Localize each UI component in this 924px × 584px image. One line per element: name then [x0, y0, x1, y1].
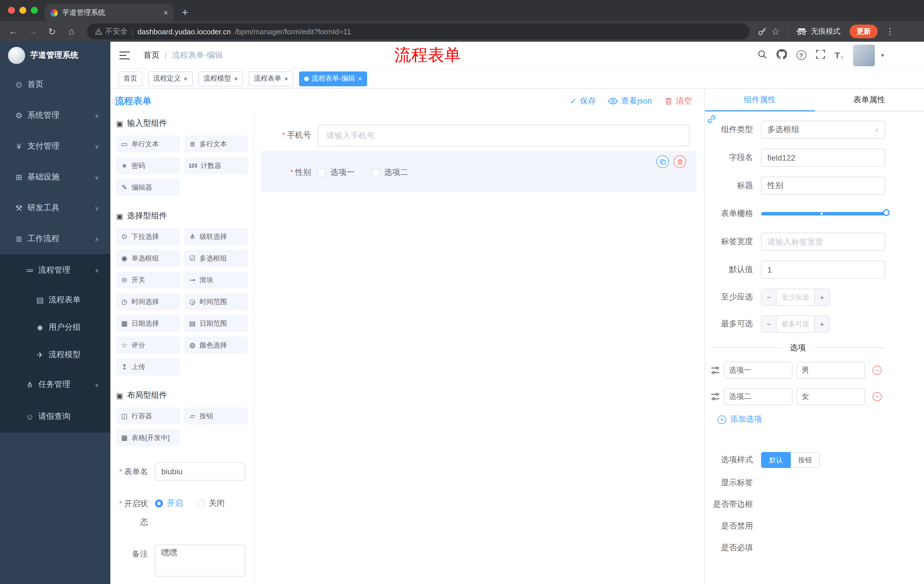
palette-item-time-picker[interactable]: ◷时间选择 [116, 293, 180, 310]
link-icon[interactable] [707, 115, 716, 126]
sidebar-item-home[interactable]: ⊙ 首页 [0, 69, 111, 100]
bookmark-star-icon[interactable]: ☆ [771, 25, 780, 38]
checkbox-option-2[interactable]: 选项二 [372, 168, 408, 178]
palette-item-color-picker[interactable]: ◍颜色选择 [184, 337, 248, 354]
label-width-input[interactable] [761, 233, 885, 251]
sidebar-item-leave-query[interactable]: ☺ 请假查询 [0, 401, 111, 433]
page-tab-process-model[interactable]: 流程模型 × [198, 71, 243, 86]
sidebar-item-system[interactable]: ⚙ 系统管理 ∨ [0, 100, 111, 131]
palette-item-counter[interactable]: 123计数器 [184, 157, 248, 174]
window-zoom-button[interactable] [31, 7, 38, 14]
palette-item-time-range[interactable]: ◶时间范围 [184, 293, 248, 310]
close-icon[interactable]: × [234, 75, 238, 82]
title-input[interactable] [761, 176, 885, 195]
avatar-caret-icon[interactable]: ▾ [881, 52, 884, 58]
default-value-input[interactable] [761, 261, 885, 279]
close-icon[interactable]: × [284, 75, 288, 82]
tab-close-icon[interactable]: × [163, 8, 168, 16]
palette-item-multi-line-text[interactable]: ≣多行文本 [184, 135, 248, 153]
palette-item-button[interactable]: ▱按钮 [184, 408, 248, 424]
tab-form-props[interactable]: 表单属性 [815, 89, 924, 110]
font-size-icon[interactable]: T↕ [835, 50, 843, 60]
option-label-input[interactable] [724, 388, 792, 405]
sidebar-item-workflow[interactable]: ≣ 工作流程 ∧ [0, 224, 111, 254]
browser-update-button[interactable]: 更新 [850, 25, 878, 38]
palette-item-checkbox-group[interactable]: ☑多选框组 [184, 250, 248, 267]
palette-item-rate[interactable]: ☆评分 [116, 337, 180, 354]
window-close-button[interactable] [8, 7, 15, 14]
component-type-select[interactable]: 多选框组 ∨ [761, 120, 885, 139]
sidebar-collapse-icon[interactable] [119, 51, 130, 59]
gender-widget-selected[interactable]: 性别 选项一 选项二 [261, 151, 696, 192]
page-tab-process-definition[interactable]: 流程定义 × [148, 71, 193, 86]
back-icon[interactable]: ← [6, 26, 21, 36]
sidebar-item-task-management[interactable]: ⋔ 任务管理 ∨ [0, 368, 111, 401]
radio-option-off[interactable]: 关闭 [197, 498, 225, 508]
option-label-input[interactable] [724, 362, 792, 379]
palette-item-editor[interactable]: ✎编辑器 [116, 179, 180, 196]
palette-item-slider[interactable]: ⊸滑块 [184, 271, 248, 289]
field-name-input[interactable] [761, 148, 885, 167]
palette-item-date-picker[interactable]: ▦日期选择 [116, 315, 180, 332]
slider-handle[interactable] [883, 209, 890, 216]
form-remark-textarea[interactable]: 嘿嘿 [155, 545, 245, 577]
drag-handle-icon[interactable] [711, 366, 720, 375]
view-json-button[interactable]: 查看json [609, 96, 652, 106]
option-value-input[interactable] [797, 388, 865, 405]
window-minimize-button[interactable] [20, 7, 26, 14]
save-button[interactable]: ✓ 保存 [570, 96, 596, 106]
github-icon[interactable] [777, 49, 787, 61]
sidebar-item-process-model[interactable]: ✈ 流程模型 [0, 341, 111, 368]
form-canvas[interactable]: 手机号 [254, 114, 705, 584]
close-icon[interactable]: × [183, 75, 188, 82]
new-tab-button[interactable]: + [182, 4, 188, 21]
palette-item-table-dev[interactable]: ▦表格[开发中] [116, 429, 180, 446]
clear-button[interactable]: 清空 [664, 96, 692, 106]
option-value-input[interactable] [797, 362, 865, 379]
page-tab-process-form-edit[interactable]: 流程表单-编辑 × [299, 71, 367, 86]
sidebar-item-infrastructure[interactable]: ⊞ 基础设施 ∨ [0, 162, 111, 192]
address-bar[interactable]: 不安全 | dashboard.yudao.iocoder.cn/bpm/man… [87, 23, 750, 39]
plus-button[interactable]: + [814, 289, 829, 305]
remove-option-icon[interactable] [873, 392, 882, 401]
home-icon[interactable]: ⌂ [64, 26, 79, 36]
copy-widget-button[interactable] [657, 155, 669, 168]
tab-component-props[interactable]: 组件属性 [705, 89, 815, 110]
checkbox-option-1[interactable]: 选项一 [318, 168, 355, 178]
add-option-button[interactable]: 添加选项 [718, 414, 885, 424]
browser-tab[interactable]: 芋道管理系统 × [45, 4, 174, 21]
plus-button[interactable]: + [814, 316, 829, 332]
minus-button[interactable]: − [762, 289, 777, 305]
sidebar-item-payment[interactable]: ¥ 支付管理 ∨ [0, 131, 111, 162]
drag-handle-icon[interactable] [711, 392, 720, 401]
palette-item-radio-group[interactable]: ◉单选框组 [116, 250, 180, 267]
radio-option-on[interactable]: 开启 [155, 498, 183, 508]
palette-item-date-range[interactable]: ▤日期范围 [184, 315, 248, 332]
search-icon[interactable] [757, 49, 767, 61]
sidebar-item-process-management[interactable]: ≔ 流程管理 ∧ [0, 254, 111, 286]
help-icon[interactable]: ? [797, 50, 806, 60]
page-tab-home[interactable]: 首页 [118, 71, 142, 86]
palette-item-cascader[interactable]: ⋔级联选择 [184, 228, 248, 245]
palette-item-select[interactable]: ⊙下拉选择 [116, 228, 180, 245]
remove-option-icon[interactable] [873, 366, 882, 375]
palette-item-password[interactable]: ∗密码 [116, 157, 180, 174]
delete-widget-button[interactable] [673, 155, 686, 168]
sidebar-item-dev-tools[interactable]: ⚒ 研发工具 ∨ [0, 192, 111, 224]
phone-field-row[interactable]: 手机号 [261, 125, 690, 146]
min-select-input[interactable] [777, 289, 814, 305]
palette-item-switch[interactable]: ⊝开关 [116, 271, 180, 289]
close-icon[interactable]: × [358, 75, 362, 82]
fullscreen-icon[interactable] [816, 49, 825, 61]
reload-icon[interactable]: ↻ [45, 26, 59, 37]
forward-icon[interactable]: → [25, 26, 40, 36]
sidebar-item-user-group[interactable]: ☻ 用户分组 [0, 314, 111, 341]
browser-menu-icon[interactable]: ⋮ [886, 26, 894, 36]
style-button-button[interactable]: 按钮 [791, 452, 820, 468]
password-key-icon[interactable] [757, 27, 767, 36]
page-tab-process-form[interactable]: 流程表单 × [249, 71, 293, 86]
minus-button[interactable]: − [762, 316, 777, 332]
sidebar-item-process-form[interactable]: ▤ 流程表单 [0, 286, 111, 314]
security-warning[interactable]: 不安全 [95, 26, 127, 36]
form-name-input[interactable] [155, 462, 245, 480]
